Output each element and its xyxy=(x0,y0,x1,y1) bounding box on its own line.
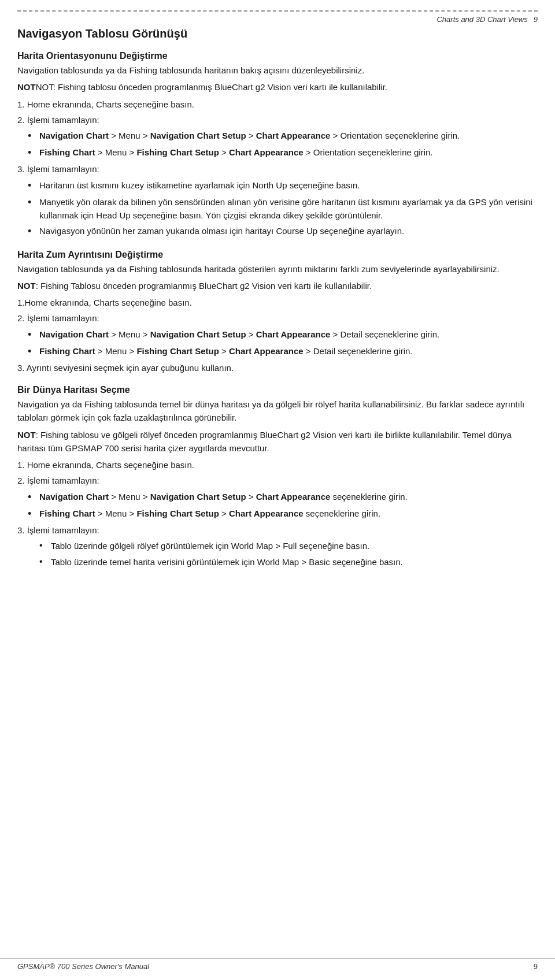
section2-title: Harita Zum Ayrıntısını Değiştirme xyxy=(17,250,538,260)
section1-north-up: • Haritanın üst kısmını kuzey istikameti… xyxy=(17,179,538,193)
section3-nav-path: • Navigation Chart > Menu > Navigation C… xyxy=(17,490,538,504)
page: Charts and 3D Chart Views 9 Navigasyon T… xyxy=(0,0,555,980)
section3-note: NOT: Fishing tablosu ve gölgeli rölyef ö… xyxy=(17,428,538,455)
section3-step2-label: 2. İşlemi tamamlayın: xyxy=(17,474,538,487)
section-world-map: Bir Dünya Haritası Seçme Navigation ya d… xyxy=(17,385,538,569)
section2-step3: 3. Ayrıntı seviyesini seçmek için ayar ç… xyxy=(17,361,538,374)
section3-step3-label: 3. İşlemi tamamlayın: xyxy=(17,524,538,537)
section1-nav-path: • Navigation Chart > Menu > Navigation C… xyxy=(17,129,538,143)
section2-fishing-path: • Fishing Chart > Menu > Fishing Chart S… xyxy=(17,344,538,359)
section-zoom: Harita Zum Ayrıntısını Değiştirme Naviga… xyxy=(17,250,538,375)
chapter-title: Charts and 3D Chart Views xyxy=(436,15,527,24)
section-orientation: Navigasyon Tablosu Görünüşü Harita Orien… xyxy=(17,27,538,239)
section3-world-basic: • Tablo üzerinde temel harita verisini g… xyxy=(17,555,538,569)
section3-world-full: • Tablo üzerinde gölgeli rölyef görüntül… xyxy=(17,539,538,552)
bullet-icon: • xyxy=(28,129,37,143)
footer: GPSMAP® 700 Series Owner's Manual 9 xyxy=(0,958,555,971)
bullet-icon: • xyxy=(39,539,49,552)
bullet-icon: • xyxy=(28,195,37,210)
section3-fishing-path: • Fishing Chart > Menu > Fishing Chart S… xyxy=(17,507,538,521)
footer-left: GPSMAP® 700 Series Owner's Manual xyxy=(17,962,149,971)
section2-step1: 1.Home ekranında, Charts seçeneğine bası… xyxy=(17,296,538,309)
section1-fishing-path: • Fishing Chart > Menu > Fishing Chart S… xyxy=(17,146,538,160)
top-border xyxy=(17,10,538,12)
section1-step2-label: 2. İşlemi tamamlayın: xyxy=(17,113,538,127)
bullet-icon: • xyxy=(28,328,37,342)
page-number: 9 xyxy=(534,15,538,24)
section3-step1: 1. Home ekranında, Charts seçeneğine bas… xyxy=(17,458,538,472)
section1-intro: Navigation tablosunda ya da Fishing tabl… xyxy=(17,64,538,77)
bullet-icon: • xyxy=(28,224,37,239)
section1-title: Navigasyon Tablosu Görünüşü xyxy=(17,27,538,40)
section2-note: NOT: Fishing Tablosu önceden programlanm… xyxy=(17,279,538,292)
section1-step1: 1. Home ekranında, Charts seçeneğine bas… xyxy=(17,98,538,111)
section2-intro: Navigation tablosunda ya da Fishing tabl… xyxy=(17,262,538,276)
section1-course-up: • Navigasyon yönünün her zaman yukarıda … xyxy=(17,224,538,239)
section1-note: NOTNOT: Fishing tablosu önceden programl… xyxy=(17,80,538,94)
section2-step2-label: 2. İşlemi tamamlayın: xyxy=(17,311,538,325)
section1-subtitle: Harita Orientasyonunu Değiştirme xyxy=(17,51,538,61)
bullet-icon: • xyxy=(28,490,37,504)
section1-head-up: • Manyetik yön olarak da bilinen yön sen… xyxy=(17,195,538,222)
footer-right: 9 xyxy=(534,962,538,971)
bullet-icon: • xyxy=(28,146,37,160)
bullet-icon: • xyxy=(28,507,37,521)
section2-nav-path: • Navigation Chart > Menu > Navigation C… xyxy=(17,328,538,342)
bullet-icon: • xyxy=(28,344,37,359)
section1-step3-label: 3. İşlemi tamamlayın: xyxy=(17,162,538,176)
section3-title: Bir Dünya Haritası Seçme xyxy=(17,385,538,395)
bullet-icon: • xyxy=(39,555,49,568)
bullet-icon: • xyxy=(28,179,37,193)
section3-intro: Navigation ya da Fishing tablosunda teme… xyxy=(17,398,538,425)
header-row: Charts and 3D Chart Views 9 xyxy=(17,15,538,24)
